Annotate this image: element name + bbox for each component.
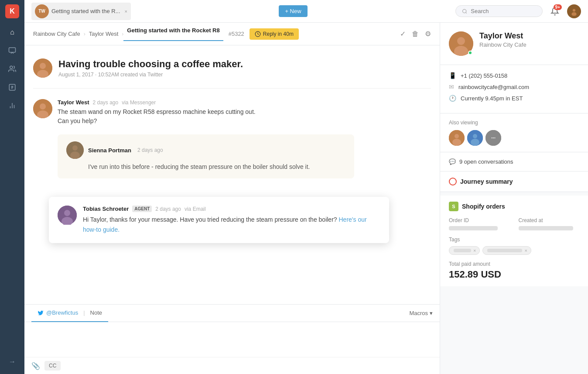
- created-at-value: [519, 226, 574, 230]
- tobias-avatar: [58, 206, 77, 225]
- svg-line-7: [466, 12, 467, 13]
- svg-point-32: [471, 139, 479, 146]
- sidebar: K ⌂ →: [0, 0, 24, 374]
- tab-close-icon[interactable]: ×: [125, 9, 127, 14]
- breadcrumb-cafe[interactable]: Rainbow City Cafe: [33, 31, 84, 37]
- macros-label: Macros: [409, 310, 428, 316]
- search-icon: [462, 8, 467, 14]
- contact-company: Rainbow City Cafe: [479, 41, 526, 48]
- tag-1[interactable]: ×: [449, 246, 480, 255]
- main-wrapper: TW Getting started with the R... × + New…: [24, 0, 588, 374]
- messages-area[interactable]: Having trouble choosing a coffee maker. …: [24, 45, 440, 304]
- macros-button[interactable]: Macros ▾: [409, 310, 433, 316]
- tags-label: Tags: [449, 237, 579, 243]
- compose-tab-twitter-label: @Brewfictus: [46, 309, 78, 316]
- tab-avatar: TW: [35, 4, 49, 18]
- topbar: TW Getting started with the R... × + New…: [24, 0, 588, 23]
- svg-point-6: [463, 9, 466, 13]
- settings-icon[interactable]: ⚙: [425, 30, 431, 38]
- compose-tab-twitter[interactable]: @Brewfictus | Note: [31, 305, 108, 322]
- created-at-col: Created at: [519, 217, 580, 230]
- compose-actions: 📎 CC: [24, 357, 440, 374]
- user-avatar[interactable]: [567, 4, 581, 18]
- first-message: Having trouble choosing a coffee maker. …: [33, 58, 431, 89]
- agent-badge: AGENT: [132, 206, 152, 212]
- sienna-avatar: [66, 141, 84, 159]
- email-row: ✉ rainbowcitycafe@gmail.com: [449, 83, 579, 90]
- total-paid-section: Total paid amount 152.89 USD: [449, 261, 579, 280]
- notification-bell[interactable]: 9+: [548, 4, 562, 18]
- first-message-title: Having trouble choosing a coffee maker.: [58, 58, 243, 70]
- message-content: Taylor West 2 days ago via Messenger The…: [58, 99, 256, 126]
- shopify-section: S Shopify orders Order ID Created at Tag…: [440, 196, 588, 286]
- order-id-label: Order ID: [449, 217, 510, 223]
- tag-1-remove[interactable]: ×: [473, 248, 476, 253]
- trash-icon[interactable]: 🗑: [412, 30, 419, 38]
- created-at-label: Created at: [519, 217, 580, 223]
- reply-button[interactable]: Reply in 40m: [250, 28, 299, 40]
- chat-icon: 💬: [449, 158, 456, 165]
- svg-point-22: [64, 210, 70, 216]
- conversation-panel: Rainbow City Cafe › Taylor West › Gettin…: [24, 23, 440, 374]
- sidebar-item-inbox[interactable]: [4, 43, 20, 58]
- message-block: Taylor West 2 days ago via Messenger The…: [33, 99, 431, 126]
- total-paid-amount: 152.89 USD: [449, 269, 579, 280]
- sienna-time: 2 days ago: [137, 147, 163, 153]
- tag-1-value: [454, 249, 471, 252]
- svg-rect-0: [9, 48, 16, 52]
- reply-label: Reply in 40m: [263, 31, 294, 37]
- sidebar-item-charts[interactable]: [4, 98, 20, 113]
- search-input[interactable]: [471, 8, 536, 14]
- svg-point-1: [10, 66, 13, 69]
- shopify-icon: S: [449, 202, 458, 211]
- email-icon: ✉: [449, 83, 454, 90]
- cc-button[interactable]: CC: [44, 361, 61, 371]
- phone-icon: 📱: [449, 72, 456, 79]
- shopify-title: Shopify orders: [462, 203, 505, 210]
- viewer-avatar-1: [449, 130, 465, 146]
- viewer-avatar-2: [467, 130, 483, 146]
- contact-phone: +1 (202) 555-0158: [461, 72, 507, 79]
- sidebar-logo[interactable]: K: [5, 4, 19, 18]
- contact-name: Taylor West: [479, 31, 526, 41]
- journey-label: Journey summary: [460, 178, 513, 185]
- also-viewing: Also viewing ···: [440, 113, 588, 152]
- attach-icon[interactable]: 📎: [31, 362, 40, 370]
- sidebar-item-reports[interactable]: [4, 79, 20, 95]
- tag-2[interactable]: ×: [482, 246, 531, 255]
- svg-point-28: [455, 134, 459, 138]
- viewing-avatars: ···: [449, 130, 579, 146]
- shopify-ids-row: Order ID Created at: [449, 217, 579, 230]
- tab-label: Getting started with the R...: [51, 8, 120, 14]
- breadcrumb-contact[interactable]: Taylor West: [85, 31, 122, 37]
- tag-2-remove[interactable]: ×: [524, 248, 527, 253]
- active-tab[interactable]: TW Getting started with the R... ×: [31, 3, 131, 20]
- message-via: via Messenger: [122, 100, 156, 106]
- timezone-row: 🕐 Currently 9.45pm in EST: [449, 95, 579, 102]
- sidebar-item-home[interactable]: ⌂: [4, 24, 20, 40]
- sidebar-expand-icon[interactable]: →: [4, 354, 20, 370]
- order-id-col: Order ID: [449, 217, 510, 230]
- sidebar-item-contacts[interactable]: [4, 61, 20, 77]
- also-viewing-label: Also viewing: [449, 120, 579, 126]
- open-conversations-label: 9 open conversations: [459, 158, 513, 165]
- message-time: 2 days ago: [92, 100, 118, 106]
- clock-icon: [255, 31, 261, 37]
- compose-tab-note-label[interactable]: Note: [90, 309, 102, 316]
- sienna-name: Sienna Portman: [88, 147, 131, 154]
- reply-bubble: Sienna Portman 2 days ago I've run into …: [58, 134, 354, 178]
- new-button[interactable]: + New: [279, 5, 307, 17]
- svg-text:···: ···: [491, 135, 496, 141]
- total-paid-label: Total paid amount: [449, 261, 579, 267]
- phone-row: 📱 +1 (202) 555-0158: [449, 72, 579, 79]
- agent-popup: Tobias Schroeter AGENT 2 days ago via Em…: [49, 197, 389, 243]
- open-conversations[interactable]: 💬 9 open conversations: [440, 152, 588, 172]
- compose-input-area[interactable]: [24, 322, 440, 357]
- conversation-id: #5322: [229, 31, 244, 37]
- checkmark-icon[interactable]: ✓: [400, 30, 406, 38]
- svg-point-9: [573, 9, 575, 11]
- agent-via: via Email: [185, 206, 206, 212]
- online-indicator: [468, 51, 472, 55]
- journey-summary[interactable]: Journey summary: [440, 172, 588, 192]
- compose-bar: @Brewfictus | Note Macros ▾ 📎 CC: [24, 304, 440, 374]
